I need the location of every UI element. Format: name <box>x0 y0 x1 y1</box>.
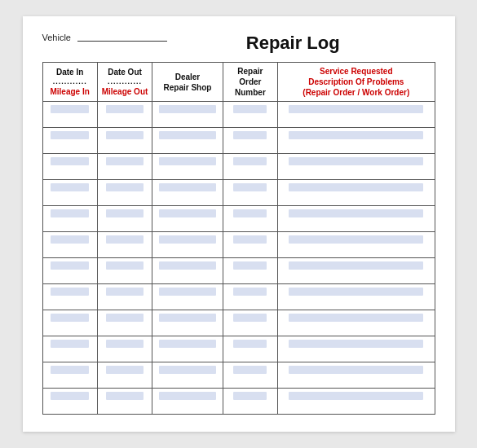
table-cell-col-date-out[interactable] <box>97 258 152 284</box>
cell-fill-col-repair-order <box>233 235 267 244</box>
cell-fill-col-date-out <box>106 288 144 296</box>
col-header-date-in: Date In ............ Mileage In <box>42 63 97 102</box>
table-cell-col-service[interactable] <box>278 258 435 284</box>
table-cell-col-date-out[interactable] <box>97 154 152 180</box>
table-cell-col-dealer[interactable] <box>152 284 223 310</box>
table-cell-col-service[interactable] <box>278 180 435 206</box>
cell-fill-col-date-out <box>106 366 144 374</box>
table-header-row: Date In ............ Mileage In Date Out… <box>42 63 435 102</box>
cell-fill-col-date-in <box>51 288 89 296</box>
table-cell-col-service[interactable] <box>278 154 435 180</box>
table-cell-col-service[interactable] <box>278 284 435 310</box>
cell-fill-col-dealer <box>159 340 216 348</box>
table-body <box>42 102 435 415</box>
table-cell-col-dealer[interactable] <box>152 154 223 180</box>
table-cell-col-service[interactable] <box>278 206 435 232</box>
table-cell-col-date-in[interactable] <box>42 284 97 310</box>
table-cell-col-dealer[interactable] <box>152 206 223 232</box>
table-cell-col-repair-order[interactable] <box>223 362 277 389</box>
table-row <box>42 389 435 415</box>
table-cell-col-repair-order[interactable] <box>223 389 277 415</box>
cell-fill-col-date-out <box>106 105 144 113</box>
table-cell-col-repair-order[interactable] <box>223 206 277 232</box>
table-row <box>42 206 435 232</box>
col-date-out-line2: ............ <box>101 77 148 87</box>
cell-fill-col-service <box>289 235 423 244</box>
table-cell-col-date-out[interactable] <box>97 206 152 232</box>
cell-fill-col-date-in <box>51 157 89 165</box>
table-cell-col-dealer[interactable] <box>152 336 223 362</box>
cell-fill-col-dealer <box>159 288 216 296</box>
table-cell-col-date-in[interactable] <box>42 258 97 284</box>
table-cell-col-repair-order[interactable] <box>223 154 277 180</box>
table-cell-col-service[interactable] <box>278 102 435 128</box>
table-cell-col-repair-order[interactable] <box>223 128 277 154</box>
table-cell-col-service[interactable] <box>278 310 435 336</box>
table-row <box>42 258 435 284</box>
table-cell-col-date-in[interactable] <box>42 232 97 258</box>
table-cell-col-service[interactable] <box>278 389 435 415</box>
col-service-line1: Service Requested <box>281 66 431 77</box>
cell-fill-col-repair-order <box>233 340 267 348</box>
cell-fill-col-service <box>289 340 423 348</box>
table-cell-col-dealer[interactable] <box>152 128 223 154</box>
col-repair-line1: Repair <box>227 66 274 77</box>
table-cell-col-service[interactable] <box>278 336 435 362</box>
vehicle-label: Vehicle <box>42 33 167 42</box>
table-cell-col-date-out[interactable] <box>97 389 152 415</box>
table-cell-col-date-out[interactable] <box>97 128 152 154</box>
table-cell-col-dealer[interactable] <box>152 258 223 284</box>
cell-fill-col-service <box>289 131 423 139</box>
cell-fill-col-service <box>289 261 423 270</box>
table-cell-col-date-in[interactable] <box>42 154 97 180</box>
table-cell-col-repair-order[interactable] <box>223 310 277 336</box>
cell-fill-col-dealer <box>159 366 216 374</box>
col-date-in-line1: Date In <box>46 67 94 77</box>
top-section: Vehicle Repair Log <box>42 33 435 54</box>
repair-log-table: Date In ............ Mileage In Date Out… <box>42 62 435 415</box>
table-cell-col-date-in[interactable] <box>42 206 97 232</box>
table-cell-col-service[interactable] <box>278 128 435 154</box>
table-cell-col-dealer[interactable] <box>152 180 223 206</box>
table-cell-col-repair-order[interactable] <box>223 336 277 362</box>
table-cell-col-repair-order[interactable] <box>223 258 277 284</box>
table-cell-col-repair-order[interactable] <box>223 102 277 128</box>
col-header-service: Service Requested Description Of Problem… <box>278 63 435 102</box>
table-cell-col-date-in[interactable] <box>42 389 97 415</box>
table-cell-col-dealer[interactable] <box>152 232 223 258</box>
cell-fill-col-repair-order <box>233 392 267 400</box>
table-cell-col-repair-order[interactable] <box>223 284 277 310</box>
table-cell-col-repair-order[interactable] <box>223 232 277 258</box>
table-cell-col-date-out[interactable] <box>97 310 152 336</box>
col-dealer-line2: Repair Shop <box>156 82 219 93</box>
table-cell-col-date-in[interactable] <box>42 128 97 154</box>
table-cell-col-date-out[interactable] <box>97 232 152 258</box>
table-cell-col-dealer[interactable] <box>152 310 223 336</box>
cell-fill-col-dealer <box>159 105 216 113</box>
table-cell-col-date-out[interactable] <box>97 284 152 310</box>
table-cell-col-date-in[interactable] <box>42 336 97 362</box>
table-cell-col-date-in[interactable] <box>42 362 97 389</box>
cell-fill-col-date-out <box>106 157 144 165</box>
cell-fill-col-dealer <box>159 392 216 400</box>
table-cell-col-date-in[interactable] <box>42 180 97 206</box>
table-cell-col-service[interactable] <box>278 362 435 389</box>
cell-fill-col-date-in <box>51 131 89 139</box>
table-cell-col-date-out[interactable] <box>97 102 152 128</box>
cell-fill-col-service <box>289 366 423 374</box>
table-cell-col-date-out[interactable] <box>97 180 152 206</box>
cell-fill-col-date-out <box>106 340 144 348</box>
table-cell-col-date-out[interactable] <box>97 336 152 362</box>
table-cell-col-service[interactable] <box>278 232 435 258</box>
table-cell-col-date-in[interactable] <box>42 102 97 128</box>
table-cell-col-date-in[interactable] <box>42 310 97 336</box>
table-cell-col-repair-order[interactable] <box>223 180 277 206</box>
cell-fill-col-date-out <box>106 235 144 244</box>
table-row <box>42 128 435 154</box>
table-cell-col-dealer[interactable] <box>152 389 223 415</box>
table-cell-col-dealer[interactable] <box>152 102 223 128</box>
table-cell-col-date-out[interactable] <box>97 362 152 389</box>
table-cell-col-dealer[interactable] <box>152 362 223 389</box>
cell-fill-col-date-in <box>51 261 89 270</box>
cell-fill-col-service <box>289 105 423 113</box>
